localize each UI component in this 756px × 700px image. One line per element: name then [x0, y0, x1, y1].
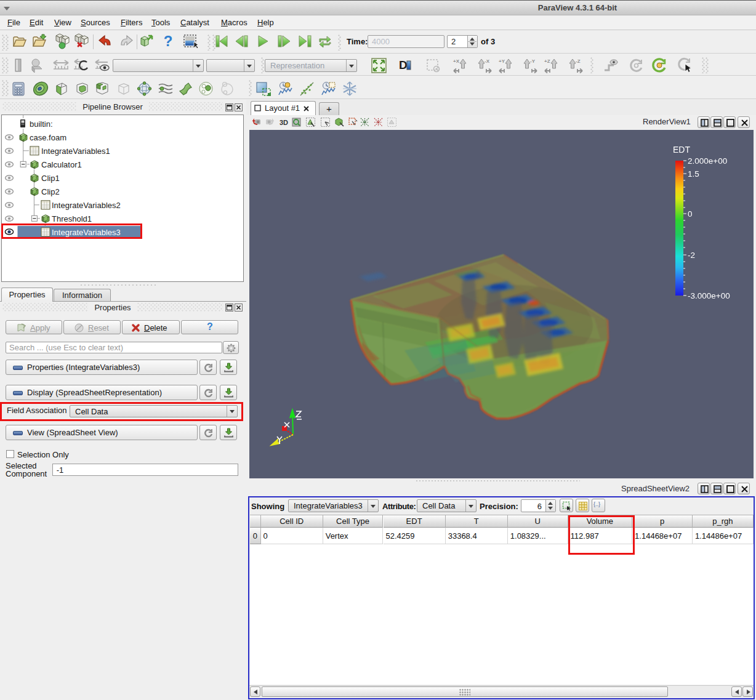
- svg-text:+Z: +Z: [544, 58, 550, 64]
- svg-text:-2: -2: [688, 251, 695, 260]
- svg-text:-3.000e+00: -3.000e+00: [688, 291, 730, 300]
- svg-text:-X: -X: [485, 58, 490, 64]
- svg-text:+Y: +Y: [499, 58, 505, 64]
- svg-text:1.5: 1.5: [688, 169, 699, 179]
- svg-text:-Z: -Z: [576, 58, 581, 64]
- svg-text:D: D: [399, 58, 408, 71]
- svg-text:+X: +X: [453, 58, 460, 64]
- svg-text:2.000e+00: 2.000e+00: [688, 156, 727, 166]
- svg-text:0: 0: [688, 209, 693, 219]
- svg-text:EDT: EDT: [673, 145, 690, 155]
- svg-text:?: ?: [164, 33, 173, 49]
- svg-text:-Y: -Y: [530, 58, 536, 64]
